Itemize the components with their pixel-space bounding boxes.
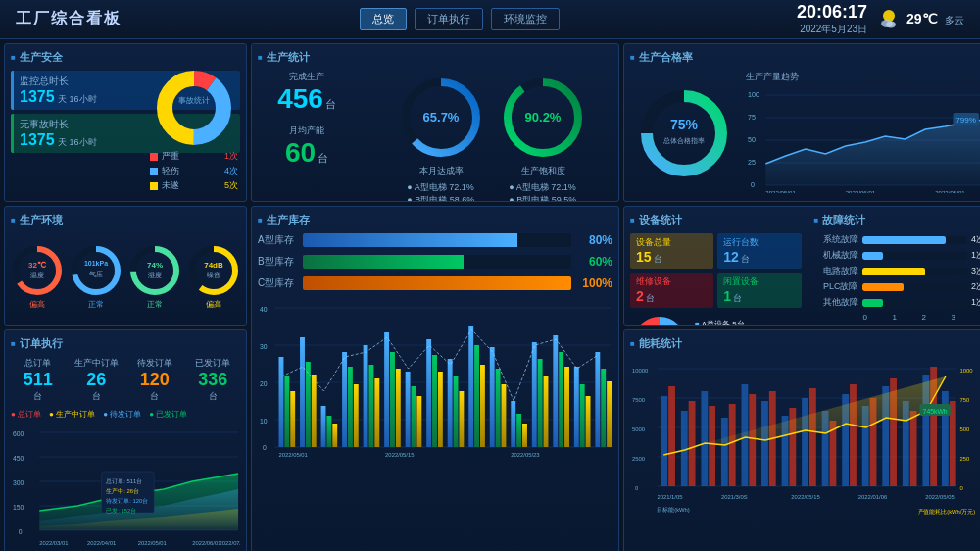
- circle2: 90.2% 生产饱和度 ● A型电梯 72.1% ● B型电梯 59.5% ● …: [500, 75, 586, 202]
- svg-text:2022/05/01: 2022/05/01: [765, 190, 796, 193]
- svg-rect-106: [426, 339, 431, 447]
- header-date: 2022年5月23日: [797, 23, 867, 36]
- svg-rect-118: [511, 401, 515, 447]
- svg-point-0: [883, 10, 895, 22]
- svg-text:2022/06/01: 2022/06/01: [846, 190, 876, 193]
- safety-panel: 生产安全 监控总时长 1375 天 16小时 无事故时长 1375 天 16小时: [4, 43, 247, 202]
- svg-point-2: [886, 21, 896, 27]
- order-title: 订单执行: [11, 336, 240, 351]
- svg-text:500: 500: [960, 426, 970, 432]
- order-in-prod: 生产中订单 26 台: [70, 357, 124, 403]
- svg-rect-119: [516, 414, 521, 447]
- svg-text:5000: 5000: [632, 426, 646, 432]
- svg-rect-129: [586, 396, 591, 447]
- svg-rect-116: [496, 369, 501, 447]
- svg-rect-120: [522, 424, 527, 447]
- fault-row-1: 机械故障 1次: [814, 249, 981, 262]
- svg-text:2022/05/15: 2022/05/15: [385, 452, 415, 458]
- safety-sub-2: 16小时: [70, 136, 97, 149]
- fault-row-0: 系统故障 4次: [814, 233, 981, 246]
- svg-text:40: 40: [260, 306, 268, 313]
- svg-rect-90: [312, 375, 317, 447]
- svg-text:50: 50: [748, 136, 756, 143]
- svg-rect-89: [306, 362, 311, 447]
- equip-donut: 设备状态: [630, 314, 689, 326]
- equip-total: 设备总量 15 台: [630, 233, 713, 269]
- circle1: 65.7% 本月达成率 ● A型电梯 72.1% ● B型电梯 58.6% ● …: [398, 75, 484, 202]
- svg-text:2022/01/06: 2022/01/06: [858, 494, 888, 500]
- order-chart: 600 450 300 150 0 总订单: 511台 生产中: 26台 待发订…: [11, 423, 240, 550]
- inv-row-a: A型库存 80%: [258, 233, 612, 247]
- svg-rect-122: [538, 359, 543, 447]
- svg-rect-121: [532, 342, 537, 447]
- weather-icon: [875, 6, 903, 33]
- energy-chart: 10000 7500 5000 2500 0 1000 750 500 250 …: [630, 357, 980, 543]
- env-gauges: 32℃ 温度 偏高 101kPa 气压 正常: [11, 233, 240, 320]
- svg-text:25: 25: [748, 159, 756, 166]
- svg-text:2022/04/01: 2022/04/01: [87, 540, 116, 546]
- svg-text:750: 750: [960, 397, 970, 403]
- svg-rect-85: [279, 357, 284, 447]
- temperature: 29℃: [906, 11, 938, 26]
- kpi2-unit: 台: [318, 151, 328, 166]
- energy-panel: 能耗统计 10000 7500 5000 2500 0 1000 750: [623, 329, 980, 551]
- svg-rect-86: [284, 376, 289, 447]
- oee-title: 生产合格率: [630, 50, 980, 65]
- svg-rect-113: [474, 345, 479, 447]
- nav-overview[interactable]: 总览: [360, 8, 407, 30]
- svg-rect-103: [406, 372, 411, 447]
- kpi2: 月均产能 60 台: [258, 125, 356, 169]
- svg-rect-158: [729, 404, 736, 486]
- svg-rect-127: [574, 367, 579, 447]
- inventory-title: 生产库存: [258, 213, 612, 227]
- svg-rect-91: [321, 406, 326, 447]
- fault-row-4: 其他故障 1次: [814, 296, 981, 309]
- svg-rect-111: [459, 391, 464, 447]
- svg-rect-114: [480, 365, 485, 447]
- nav-order[interactable]: 订单执行: [415, 8, 483, 30]
- svg-text:2022/05/01: 2022/05/01: [935, 190, 965, 193]
- oee-trend-chart: 100 75 50 25 0: [746, 85, 980, 193]
- svg-rect-152: [668, 386, 675, 486]
- svg-text:产值能耗比(kWh/万元): 产值能耗比(kWh/万元): [918, 508, 976, 515]
- equip-repair: 维修设备 2 台: [630, 273, 713, 308]
- svg-rect-105: [416, 396, 421, 447]
- svg-text:75: 75: [748, 114, 756, 121]
- svg-text:101kPa: 101kPa: [84, 260, 108, 267]
- svg-text:2500: 2500: [632, 456, 646, 462]
- svg-rect-117: [502, 384, 507, 447]
- header: 工厂综合看板 总览 订单执行 环境监控 20:06:17 2022年5月23日 …: [0, 0, 980, 39]
- nav-env[interactable]: 环境监控: [491, 8, 560, 30]
- main-grid: 生产安全 监控总时长 1375 天 16小时 无事故时长 1375 天 16小时: [0, 39, 980, 551]
- svg-rect-155: [701, 391, 708, 486]
- svg-rect-125: [559, 352, 564, 447]
- svg-rect-165: [802, 398, 808, 486]
- order-sent: 已发订单 336 台: [186, 357, 241, 403]
- equip-grid: 设备总量 15 台 运行台数 12 台: [630, 233, 802, 308]
- environment-panel: 生产环境 32℃ 温度 偏高 101kPa 气压: [4, 206, 247, 326]
- svg-text:65.7%: 65.7%: [423, 110, 460, 125]
- safety-label-2: 无事故时长: [20, 118, 97, 131]
- svg-rect-124: [553, 335, 558, 447]
- svg-rect-94: [342, 352, 347, 447]
- order-chart-legend: ● 总订单 ● 生产中订单 ● 待发订单 ● 已发订单: [11, 409, 240, 420]
- svg-text:2022/07/01: 2022/07/01: [220, 540, 240, 546]
- equipment-panel: 设备统计 设备总量 15 台 运行台数: [623, 206, 980, 326]
- svg-rect-156: [709, 406, 715, 486]
- kpi2-label: 月均产能: [258, 125, 356, 137]
- svg-text:745kWh: 745kWh: [923, 408, 948, 415]
- svg-text:450: 450: [13, 455, 24, 462]
- svg-text:温度: 温度: [30, 272, 44, 278]
- svg-text:2022/03/01: 2022/03/01: [39, 540, 68, 546]
- circle2-label: 生产饱和度: [521, 165, 565, 177]
- order-panel: 订单执行 总订单 511 台 生产中订单 26 台 待发订单 120 台 已发订…: [4, 329, 247, 551]
- svg-text:0: 0: [960, 485, 964, 491]
- fault-bars: 系统故障 4次 机械故障 1次 电路故障 3次: [814, 233, 981, 309]
- svg-rect-93: [332, 424, 337, 447]
- svg-text:2021/3/0S: 2021/3/0S: [721, 494, 748, 500]
- svg-text:74%: 74%: [147, 261, 163, 270]
- header-time: 20:06:17: [797, 2, 867, 23]
- svg-text:总体合格指率: 总体合格指率: [662, 137, 705, 144]
- svg-rect-160: [749, 394, 756, 486]
- svg-rect-98: [368, 365, 373, 447]
